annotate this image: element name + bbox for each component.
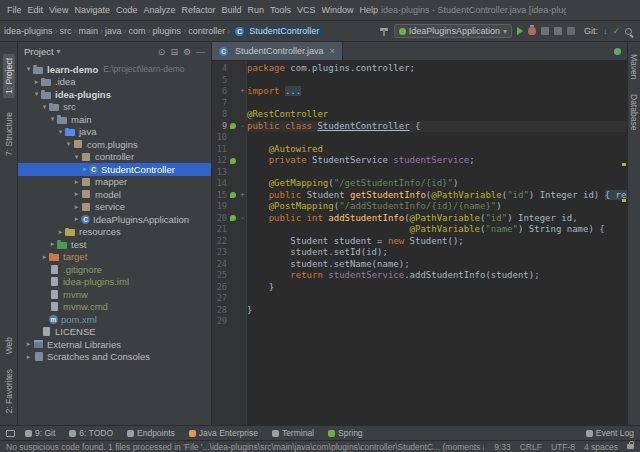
indent-setting[interactable]: 4 spaces xyxy=(584,442,618,452)
code-line-27[interactable]: 27 xyxy=(212,293,627,305)
tree-item-mvnw-cmd[interactable]: mvnw.cmd xyxy=(18,301,211,314)
tool-stripe-web[interactable]: Web xyxy=(4,337,14,354)
menu-file[interactable]: File xyxy=(4,3,25,17)
tree-open-arrow-icon[interactable]: ▾ xyxy=(32,90,41,98)
menu-edit[interactable]: Edit xyxy=(25,3,47,17)
tree-item-mvnw[interactable]: mvnw xyxy=(18,288,211,301)
editor-scrollbar[interactable] xyxy=(620,61,627,425)
breadcrumb-studentcontroller[interactable]: CStudentController xyxy=(232,26,322,36)
tool-button-9-git[interactable]: 9: Git xyxy=(25,428,55,438)
git-update-icon[interactable]: ↓ xyxy=(603,26,608,36)
line-number[interactable]: 12 xyxy=(212,155,227,167)
spring-gutter-icon[interactable] xyxy=(227,213,238,225)
code-line-22[interactable]: 22 Student student = new Student(); xyxy=(212,236,627,248)
tool-stripe-database[interactable]: Database xyxy=(629,94,639,130)
code-line-20[interactable]: 20- public int addStudentInfo(@PathVaria… xyxy=(212,213,627,225)
tool-window-switcher-icon[interactable] xyxy=(6,430,15,437)
tree-open-arrow-icon[interactable]: ▾ xyxy=(64,140,73,148)
line-number[interactable]: 28 xyxy=(212,305,227,317)
locate-file-icon[interactable]: ⊙ xyxy=(158,47,166,57)
code-line-26[interactable]: 26 } xyxy=(212,282,627,294)
line-number[interactable]: 6 xyxy=(212,86,227,98)
warning-stripe-mark[interactable] xyxy=(622,199,626,202)
code-line-24[interactable]: 24 student.setName(name); xyxy=(212,259,627,271)
code-line-8[interactable]: 8@RestController xyxy=(212,109,627,121)
tree-item-idea-plugins-iml[interactable]: idea-plugins.iml xyxy=(18,276,211,289)
stop-button[interactable] xyxy=(567,27,575,35)
profiler-button[interactable] xyxy=(554,27,562,35)
menu-refactor[interactable]: Refactor xyxy=(178,3,218,17)
tree-closed-arrow-icon[interactable]: ▸ xyxy=(32,78,41,86)
code-line-7[interactable]: 7 xyxy=(212,98,627,110)
tree-closed-arrow-icon[interactable]: ▸ xyxy=(40,253,49,261)
tab-studentcontroller-java[interactable]: C StudentController.java × xyxy=(212,42,343,60)
menu-tools[interactable]: Tools xyxy=(267,3,294,17)
line-number[interactable]: 29 xyxy=(212,316,227,328)
code-line-15[interactable]: 15+ public Student getStudentInfo(@PathV… xyxy=(212,190,627,202)
tree-open-arrow-icon[interactable]: ▾ xyxy=(24,65,33,73)
tree-item-gitignore[interactable]: .gitignore xyxy=(18,263,211,276)
chevron-down-icon[interactable]: ▾ xyxy=(57,47,61,56)
git-commit-icon[interactable]: ✓ xyxy=(612,26,620,36)
menu-build[interactable]: Build xyxy=(218,3,244,17)
code-line-11[interactable]: 11 @Autowired xyxy=(212,144,627,156)
tool-stripe-2-favorites[interactable]: 2: Favorites xyxy=(4,369,14,413)
breadcrumb-idea-plugins[interactable]: idea-plugins xyxy=(4,26,53,36)
file-encoding[interactable]: UTF-8 xyxy=(551,442,575,452)
tree-item-scratches-and-consoles[interactable]: ▸Scratches and Consoles xyxy=(18,351,211,364)
inspection-status-icon[interactable] xyxy=(614,48,621,55)
menu-run[interactable]: Run xyxy=(245,3,268,17)
line-number[interactable]: 5 xyxy=(212,75,227,87)
code-line-4[interactable]: 4package com.plugins.controller; xyxy=(212,63,627,75)
code-line-9[interactable]: 9-public class StudentController { xyxy=(212,121,627,133)
tree-item-java[interactable]: ▾java xyxy=(18,126,211,139)
tree-item-studentcontroller[interactable]: ▸CStudentController xyxy=(18,163,211,176)
tree-closed-arrow-icon[interactable]: ▸ xyxy=(72,203,81,211)
fold-marker-icon[interactable]: + xyxy=(238,190,247,202)
code-line-6[interactable]: 6+import ... xyxy=(212,86,627,98)
tree-open-arrow-icon[interactable]: ▾ xyxy=(72,153,81,161)
code-line-14[interactable]: 14 @GetMapping("/getStudentInfo/{id}") xyxy=(212,178,627,190)
line-number[interactable]: 4 xyxy=(212,63,227,75)
tree-item-test[interactable]: ▸test xyxy=(18,238,211,251)
code-line-23[interactable]: 23 student.setId(id); xyxy=(212,247,627,259)
tree-item-resources[interactable]: ▸resources xyxy=(18,226,211,239)
tree-closed-arrow-icon[interactable]: ▸ xyxy=(48,240,57,248)
fold-marker-icon[interactable]: + xyxy=(238,86,247,98)
project-panel-title[interactable]: Project xyxy=(24,46,54,57)
line-number[interactable]: 25 xyxy=(212,270,227,282)
menu-help[interactable]: Help xyxy=(357,3,382,17)
tool-button-6-todo[interactable]: 6: TODO xyxy=(69,428,113,438)
tree-item-external-libraries[interactable]: ▸External Libraries xyxy=(18,338,211,351)
spring-gutter-icon[interactable] xyxy=(227,121,238,133)
settings-gear-icon[interactable]: ⚙ xyxy=(183,47,191,57)
tree-item-com-plugins[interactable]: ▾com.plugins xyxy=(18,138,211,151)
tool-button-endpoints[interactable]: Endpoints xyxy=(127,428,175,438)
line-number[interactable]: 27 xyxy=(212,293,227,305)
caret-position[interactable]: 9:33 xyxy=(494,442,511,452)
tree-item-learn-demo[interactable]: ▾learn-demoE:\project\learn-demo xyxy=(18,63,211,76)
breadcrumb-java[interactable]: java xyxy=(105,26,122,36)
line-number[interactable]: 15 xyxy=(212,190,227,202)
breadcrumb-plugins[interactable]: plugins xyxy=(153,26,182,36)
tool-button-spring[interactable]: Spring xyxy=(328,428,363,438)
line-separator[interactable]: CRLF xyxy=(520,442,542,452)
line-number[interactable]: 14 xyxy=(212,178,227,190)
line-number[interactable]: 20 xyxy=(212,213,227,225)
line-number[interactable]: 21 xyxy=(212,224,227,236)
menu-code[interactable]: Code xyxy=(113,3,141,17)
tree-closed-arrow-icon[interactable]: ▸ xyxy=(72,178,81,186)
tree-closed-arrow-icon[interactable]: ▸ xyxy=(56,228,65,236)
hide-panel-icon[interactable]: — xyxy=(196,47,205,57)
code-line-21[interactable]: 21 @PathVariable("name") String name) { xyxy=(212,224,627,236)
code-line-10[interactable]: 10 xyxy=(212,132,627,144)
fold-marker-icon[interactable]: - xyxy=(238,213,247,225)
code-line-12[interactable]: 12 private StudentService studentService… xyxy=(212,155,627,167)
warning-stripe-mark[interactable] xyxy=(622,163,626,166)
line-number[interactable]: 7 xyxy=(212,98,227,110)
tree-closed-arrow-icon[interactable]: ▸ xyxy=(72,215,81,223)
line-number[interactable]: 11 xyxy=(212,144,227,156)
tree-item-ideapluginsapplication[interactable]: ▸CIdeaPluginsApplication xyxy=(18,213,211,226)
line-number[interactable]: 23 xyxy=(212,247,227,259)
tree-item-model[interactable]: ▸model xyxy=(18,188,211,201)
